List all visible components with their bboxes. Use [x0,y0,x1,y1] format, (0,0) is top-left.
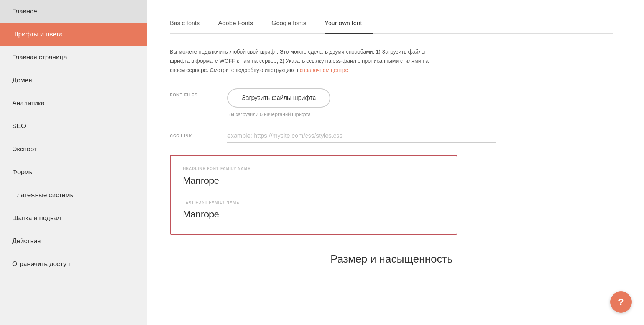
main-content: Basic fonts Adobe Fonts Google fonts You… [147,0,644,325]
text-font-input[interactable] [183,207,444,223]
font-files-label: FONT FILES [170,88,212,98]
help-link[interactable]: справочном центре [300,67,348,73]
upload-font-button[interactable]: Загрузить файлы шрифта [227,88,330,108]
css-link-label: CSS LINK [170,129,212,139]
text-font-row: TEXT FONT FAMILY NAME [183,200,444,223]
sidebar-item-homepage[interactable]: Главная страница [0,46,147,69]
sidebar-item-fonts-colors[interactable]: Шрифты и цвета [0,23,147,46]
sidebar-item-restrict-access[interactable]: Ограничить доступ [0,253,147,276]
font-files-control: Загрузить файлы шрифта Вы загрузили 6 на… [227,88,496,117]
sidebar: Главное Шрифты и цвета Главная страница … [0,0,147,325]
tab-your-own-font[interactable]: Your own font [325,15,373,34]
sidebar-item-payment[interactable]: Платежные системы [0,184,147,207]
description-text-before-link: Вы можете подключить любой свой шрифт. Э… [170,49,429,73]
headline-font-row: HEADLINE FONT FAMILY NAME [183,167,444,189]
help-button[interactable]: ? [610,291,632,313]
sidebar-item-actions[interactable]: Действия [0,230,147,253]
headline-font-input[interactable] [183,174,444,189]
text-font-label: TEXT FONT FAMILY NAME [183,200,444,204]
tabs: Basic fonts Adobe Fonts Google fonts You… [170,15,613,34]
sidebar-item-main[interactable]: Главное [0,0,147,23]
sidebar-item-domain[interactable]: Домен [0,69,147,92]
headline-font-label: HEADLINE FONT FAMILY NAME [183,167,444,171]
sidebar-item-seo[interactable]: SEO [0,115,147,138]
description-text: Вы можете подключить любой свой шрифт. Э… [170,47,438,75]
sidebar-item-header-footer[interactable]: Шапка и подвал [0,207,147,230]
font-family-box: HEADLINE FONT FAMILY NAME TEXT FONT FAMI… [170,155,457,235]
css-link-row: CSS LINK [170,129,613,143]
tab-google-fonts[interactable]: Google fonts [271,15,317,34]
section-title: Размер и насыщенность [170,253,613,265]
css-link-control [227,129,496,143]
sidebar-item-forms[interactable]: Формы [0,161,147,184]
sidebar-item-export[interactable]: Экспорт [0,138,147,161]
sidebar-item-analytics[interactable]: Аналитика [0,92,147,115]
upload-note: Вы загрузили 6 начертаний шрифта [227,111,496,117]
font-files-row: FONT FILES Загрузить файлы шрифта Вы заг… [170,88,613,117]
tab-adobe-fonts[interactable]: Adobe Fonts [218,15,264,34]
tab-basic-fonts[interactable]: Basic fonts [170,15,210,34]
css-link-input[interactable] [227,129,496,143]
